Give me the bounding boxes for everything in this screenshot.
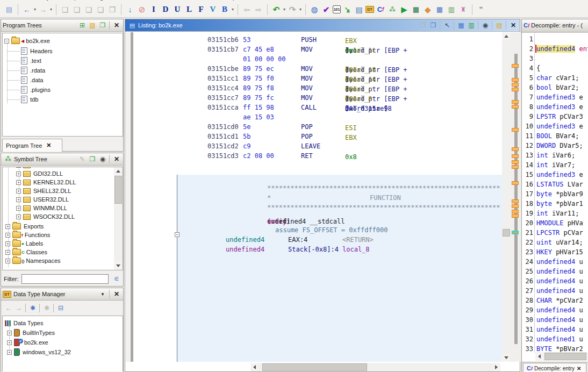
- analysis-marker[interactable]: [512, 199, 519, 203]
- filter-input[interactable]: [21, 274, 109, 284]
- cursor-marker[interactable]: [512, 231, 519, 234]
- menu-item-navigation[interactable]: Navigation: [88, 0, 116, 1]
- function-variable-row[interactable]: undefined4EAX:4<RETURN>: [177, 235, 501, 245]
- tree-item-dll[interactable]: +WINMM.DLL: [16, 204, 67, 212]
- decompile-line[interactable]: 19int iVar11;: [522, 209, 588, 218]
- analysis-marker[interactable]: [512, 78, 519, 82]
- tree-expander-icon[interactable]: +: [16, 180, 21, 185]
- decompile-line[interactable]: 11BOOL BVar4;: [522, 131, 588, 141]
- tree-item[interactable]: .data: [21, 76, 43, 84]
- diamond-icon[interactable]: ◆: [422, 4, 433, 15]
- tree-expander-icon[interactable]: +: [7, 331, 12, 335]
- dtm-back-icon[interactable]: ←: [4, 303, 13, 313]
- menu-item-edit[interactable]: Edit: [17, 0, 27, 1]
- data-types-tree-view[interactable]: Data Types+BuiltInTypes+✔bo2k.exe+window…: [2, 316, 123, 371]
- decompile-line[interactable]: 20HMODULE pHVa: [522, 218, 588, 228]
- dropdown-arrow-icon[interactable]: ▾: [49, 4, 53, 15]
- prev-bookmark-icon[interactable]: ⇦: [241, 4, 252, 15]
- decompile-line[interactable]: 2undefined4 ent: [522, 44, 588, 54]
- tree-expander-icon[interactable]: +: [16, 189, 21, 194]
- menu-item-search[interactable]: Search: [124, 0, 142, 1]
- edit-pencil-icon[interactable]: ✎: [77, 154, 87, 164]
- tree-item-namespaces[interactable]: +()Namespaces: [5, 256, 61, 265]
- validate-check-icon[interactable]: ✔: [321, 4, 332, 15]
- gear-icon[interactable]: ❋: [42, 303, 52, 313]
- dropdown-arrow-icon[interactable]: ▾: [231, 4, 235, 15]
- decompile-line[interactable]: 10undefined3 e: [522, 121, 588, 131]
- decompile-line[interactable]: 1: [522, 34, 588, 44]
- asm-row[interactable]: 03151cc789 75 fcMOVdword ptr [EBP + loca…: [126, 93, 502, 103]
- next-bookmark-icon[interactable]: ⇨: [253, 4, 264, 15]
- import-icon[interactable]: ⭸: [342, 4, 353, 15]
- menu-item-help[interactable]: Help: [224, 0, 236, 1]
- open-folder-icon[interactable]: ▨: [88, 20, 97, 30]
- close-icon[interactable]: ✕: [112, 20, 121, 30]
- decompile-header[interactable]: Cf Decompile: entry - (: [522, 19, 588, 32]
- new-tree-icon[interactable]: ⊞: [77, 20, 87, 30]
- analysis-marker[interactable]: [512, 154, 519, 158]
- decompile-line[interactable]: 32undefined1 u: [522, 334, 588, 344]
- analysis-marker[interactable]: [512, 160, 519, 164]
- symbol-tree-scrollbar[interactable]: [114, 167, 123, 270]
- tree-item-dll[interactable]: +USER32.DLL: [16, 195, 69, 204]
- analysis-marker[interactable]: [512, 100, 519, 104]
- tree-item[interactable]: Headers: [21, 47, 53, 55]
- scroll-up-icon[interactable]: [114, 167, 122, 175]
- data-byte-icon[interactable]: B: [219, 4, 230, 15]
- decompile-line[interactable]: 14int iVar7;: [522, 160, 588, 170]
- tree-item-dll[interactable]: +WSOCK32.DLL: [16, 212, 75, 221]
- analysis-marker[interactable]: [512, 64, 519, 68]
- tree-expander-icon[interactable]: +: [5, 241, 10, 246]
- disassemble-icon[interactable]: ↓: [125, 4, 135, 15]
- asm-row[interactable]: 03151cb7c7 45 e8MOVdword ptr [EBP + loca…: [126, 45, 502, 54]
- scroll-up-icon[interactable]: [502, 32, 510, 40]
- decompile-cf-icon[interactable]: Cf: [375, 4, 386, 15]
- scrollbar-thumb[interactable]: [544, 353, 586, 360]
- tree-item-windows_vs12_32[interactable]: +windows_vs12_32: [7, 348, 71, 356]
- menu-item-select[interactable]: Select: [150, 0, 167, 1]
- decompile-line[interactable]: 9LPSTR pCVar3: [522, 112, 588, 121]
- analysis-marker[interactable]: [512, 210, 519, 213]
- asm-row[interactable]: 03151cd05ePOPESI: [126, 122, 502, 132]
- analysis-marker[interactable]: [512, 214, 519, 218]
- decompile-line[interactable]: 17byte *pbVar9: [522, 189, 588, 199]
- data-void-icon[interactable]: V: [207, 4, 218, 15]
- decompile-line[interactable]: 22uint uVar14;: [522, 238, 588, 247]
- filter-hierarchy-icon[interactable]: ✱: [28, 303, 38, 313]
- decompile-line[interactable]: 25undefined4 u: [522, 267, 588, 276]
- scroll-left-icon[interactable]: [535, 352, 543, 360]
- listing-header[interactable]: ▤ Listing: bo2k.exe ❐❐↖▦▥◉▤✕: [125, 19, 520, 32]
- analysis-marker[interactable]: [512, 83, 519, 87]
- analysis-marker[interactable]: [512, 88, 519, 91]
- tab-program-tree[interactable]: Program Tree ✕: [2, 139, 62, 152]
- tree-expander-icon[interactable]: −: [4, 39, 9, 44]
- decompile-line[interactable]: 29undefined4 u: [522, 305, 588, 315]
- redo-icon[interactable]: ↷: [287, 4, 298, 15]
- tree-expander-icon[interactable]: +: [5, 224, 10, 229]
- program-tree-view[interactable]: −◀bo2k.exeHeaders.text.rdata.data.plugin…: [2, 33, 123, 137]
- nav-back-icon[interactable]: ←: [21, 4, 32, 15]
- dropdown-arrow-icon[interactable]: ▾: [33, 4, 37, 15]
- clear-icon[interactable]: ⊘: [137, 4, 147, 15]
- cursor-location-icon[interactable]: ↖: [442, 20, 452, 30]
- menu-item-graph[interactable]: Graph: [64, 0, 81, 1]
- tree-item[interactable]: tdb: [21, 95, 38, 104]
- asm-row[interactable]: 03151cbe89 75 ecMOVdword ptr [EBP + loca…: [126, 64, 502, 74]
- data-float-icon[interactable]: F: [196, 4, 206, 15]
- tab-decompile[interactable]: Cf Decompile: entry ✕: [523, 363, 586, 372]
- program-trees-header[interactable]: Program Trees ⊞▨❐✕: [1, 19, 123, 32]
- tree-item-functions[interactable]: +fFunctions: [5, 231, 50, 239]
- decompile-line[interactable]: 15undefined3 e: [522, 170, 588, 180]
- plate-comment[interactable]: ****************************************…: [177, 203, 501, 212]
- decompile-line[interactable]: 8undefined3 e: [522, 102, 588, 112]
- analysis-marker[interactable]: [512, 181, 519, 185]
- data-type-manager-header[interactable]: DT Data Type Manager ▼ ✕: [1, 288, 123, 301]
- tree-expander-icon[interactable]: +: [16, 171, 21, 176]
- decompile-line[interactable]: 4{: [522, 63, 588, 73]
- scroll-down-icon[interactable]: [502, 354, 510, 362]
- asm-row[interactable]: 03151cc489 75 f8MOVdword ptr [EBP + loca…: [126, 83, 502, 93]
- import-tree-icon[interactable]: ❐: [98, 20, 107, 30]
- scrollbar-thumb[interactable]: [503, 229, 510, 237]
- snapshot-camera-icon[interactable]: ◉: [481, 20, 490, 30]
- tab-close-icon[interactable]: ✕: [577, 366, 581, 371]
